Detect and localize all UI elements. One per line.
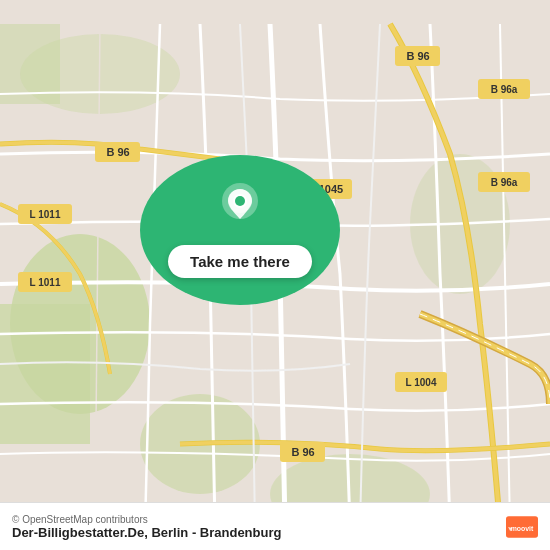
svg-point-29 — [235, 196, 245, 206]
location-name: Der-Billigbestatter.De, Berlin - Branden… — [12, 525, 281, 540]
take-me-there-button[interactable]: Take me there — [168, 245, 312, 278]
bottom-bar: © OpenStreetMap contributors Der-Billigb… — [0, 502, 550, 550]
green-oval: Take me there — [140, 155, 340, 305]
moovit-icon: moovit — [506, 511, 538, 543]
copyright-text: © OpenStreetMap contributors — [12, 514, 281, 525]
svg-text:L 1004: L 1004 — [406, 377, 437, 388]
svg-rect-2 — [0, 304, 90, 444]
svg-text:B 96: B 96 — [291, 446, 314, 458]
svg-text:B 96a: B 96a — [491, 84, 518, 95]
svg-text:L 1011: L 1011 — [30, 277, 61, 288]
take-me-there-popup: Take me there — [140, 155, 340, 305]
map-container: B 96 B 96a B 96a B 96 L 1011 L 1011 1045… — [0, 0, 550, 550]
svg-text:L 1011: L 1011 — [30, 209, 61, 220]
svg-text:B 96: B 96 — [106, 146, 129, 158]
moovit-logo: moovit — [506, 511, 538, 543]
svg-text:B 96a: B 96a — [491, 177, 518, 188]
svg-text:moovit: moovit — [511, 524, 534, 531]
location-pin-icon — [220, 183, 260, 237]
bottom-info: © OpenStreetMap contributors Der-Billigb… — [12, 514, 281, 540]
svg-text:B 96: B 96 — [406, 50, 429, 62]
